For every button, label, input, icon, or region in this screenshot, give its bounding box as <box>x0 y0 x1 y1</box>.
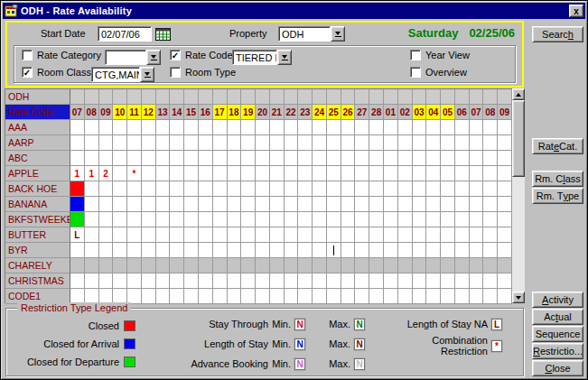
grid-cell[interactable] <box>99 197 114 212</box>
grid-cell[interactable] <box>483 289 498 304</box>
grid-cell[interactable] <box>270 135 285 151</box>
grid-cell[interactable] <box>498 258 512 273</box>
activity-button[interactable]: Activity <box>532 292 583 308</box>
grid-cell[interactable] <box>441 212 455 227</box>
rate-category-dropdown-arrow-icon[interactable] <box>146 50 161 65</box>
grid-cell[interactable] <box>184 197 199 212</box>
grid-cell[interactable] <box>341 243 356 258</box>
grid-cell[interactable] <box>99 227 114 243</box>
grid-cell[interactable] <box>413 135 427 151</box>
grid-cell[interactable] <box>113 135 127 151</box>
grid-cell[interactable] <box>85 243 99 258</box>
grid-cell[interactable] <box>327 289 341 304</box>
grid-cell[interactable] <box>413 197 427 212</box>
grid-cell[interactable] <box>241 197 256 212</box>
grid-cell[interactable] <box>413 273 427 289</box>
grid-cell[interactable] <box>285 243 299 258</box>
grid-cell[interactable] <box>213 120 228 135</box>
grid-cell[interactable] <box>70 197 85 212</box>
grid-cell[interactable] <box>228 166 242 181</box>
grid-cell[interactable] <box>199 181 213 197</box>
grid-cell[interactable] <box>398 135 413 151</box>
grid-cell[interactable] <box>384 289 398 304</box>
grid-cell[interactable] <box>285 197 299 212</box>
grid-cell[interactable] <box>285 258 299 273</box>
grid-cell[interactable] <box>455 120 470 135</box>
grid-cell[interactable] <box>441 273 455 289</box>
grid-cell[interactable] <box>99 135 114 151</box>
grid-cell[interactable] <box>184 181 199 197</box>
grid-cell[interactable] <box>398 289 413 304</box>
grid-cell[interactable] <box>85 273 99 289</box>
grid-cell[interactable] <box>228 243 242 258</box>
grid-cell[interactable] <box>327 258 341 273</box>
grid-cell[interactable] <box>113 227 127 243</box>
rate-code-combo[interactable]: TIERED RAT <box>232 50 292 65</box>
grid-cell[interactable] <box>470 227 484 243</box>
grid-cell[interactable] <box>142 120 156 135</box>
grid-cell[interactable] <box>285 151 299 166</box>
grid-cell[interactable] <box>369 135 384 151</box>
grid-cell[interactable] <box>170 120 184 135</box>
grid-cell[interactable] <box>199 212 213 227</box>
grid-cell[interactable] <box>156 273 171 289</box>
grid-cell[interactable] <box>483 273 498 289</box>
grid-cell[interactable] <box>498 212 512 227</box>
rate-code-row-label[interactable]: BYR <box>5 243 70 258</box>
grid-cell[interactable] <box>426 258 441 273</box>
grid-cell[interactable] <box>470 243 484 258</box>
grid-cell[interactable] <box>156 197 171 212</box>
grid-cell[interactable] <box>483 120 498 135</box>
grid-cell[interactable] <box>285 181 299 197</box>
grid-cell[interactable] <box>142 258 156 273</box>
grid-cell[interactable] <box>426 181 441 197</box>
grid-cell[interactable] <box>355 212 369 227</box>
grid-cell[interactable] <box>441 151 455 166</box>
grid-cell[interactable] <box>426 166 441 181</box>
rate-code-row-label[interactable]: AARP <box>5 135 70 151</box>
grid-cell[interactable] <box>256 151 270 166</box>
grid-cell[interactable] <box>142 289 156 304</box>
grid-cell[interactable] <box>184 212 199 227</box>
grid-cell[interactable] <box>256 212 270 227</box>
grid-cell[interactable] <box>313 151 327 166</box>
grid-cell[interactable] <box>85 181 99 197</box>
grid-cell[interactable] <box>441 227 455 243</box>
sequence-button[interactable]: Sequence <box>532 326 583 342</box>
grid-cell[interactable] <box>498 197 512 212</box>
grid-cell[interactable] <box>184 258 199 273</box>
grid-cell[interactable] <box>384 227 398 243</box>
grid-cell[interactable] <box>470 289 484 304</box>
rm-type-button[interactable]: Rm. Type <box>532 188 583 204</box>
grid-cell[interactable] <box>341 212 356 227</box>
grid-cell[interactable] <box>298 135 313 151</box>
rate-cat-button[interactable]: Rate Cat. <box>532 138 583 154</box>
grid-cell[interactable] <box>398 166 413 181</box>
grid-cell[interactable] <box>270 258 285 273</box>
grid-cell[interactable] <box>70 135 85 151</box>
grid-cell[interactable] <box>85 135 99 151</box>
grid-cell[interactable] <box>398 243 413 258</box>
grid-cell[interactable] <box>213 135 228 151</box>
grid-cell[interactable] <box>228 135 242 151</box>
grid-cell[interactable] <box>470 273 484 289</box>
rate-code-row-label[interactable]: APPLE <box>5 166 70 181</box>
grid-cell[interactable] <box>313 243 327 258</box>
grid-cell[interactable] <box>413 258 427 273</box>
room-type-checkbox[interactable] <box>170 67 181 78</box>
grid-cell[interactable] <box>99 120 114 135</box>
grid-cell[interactable] <box>413 243 427 258</box>
grid-cell[interactable] <box>170 212 184 227</box>
grid-cell[interactable] <box>413 120 427 135</box>
grid-cell[interactable] <box>228 151 242 166</box>
grid-cell[interactable] <box>426 135 441 151</box>
grid-cell[interactable] <box>142 166 156 181</box>
grid-cell[interactable] <box>470 151 484 166</box>
grid-cell[interactable] <box>327 120 341 135</box>
grid-cell[interactable] <box>483 181 498 197</box>
grid-cell[interactable] <box>369 166 384 181</box>
rate-code-row-label[interactable]: BKFSTWEEKEND <box>5 212 70 227</box>
grid-cell[interactable] <box>241 166 256 181</box>
grid-cell[interactable] <box>213 151 228 166</box>
grid-cell[interactable] <box>327 181 341 197</box>
